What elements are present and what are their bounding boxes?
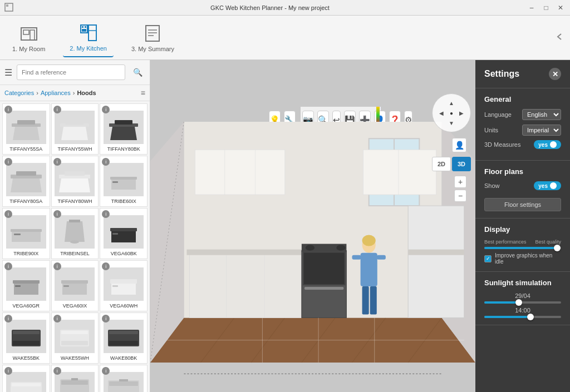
product-name: VEGA60IX [63, 303, 87, 309]
hamburger-menu-icon[interactable]: ☰ [4, 67, 12, 78]
product-image [55, 163, 95, 196]
improve-label: Improve graphics when idle [495, 252, 561, 265]
product-image [6, 267, 46, 301]
view-2d-button[interactable]: 2D [432, 157, 451, 171]
viewport[interactable]: 💡 🔧 📷 🔍 ↩ 💾 ➕ 👤 ❓ ⚙ [150, 60, 475, 392]
svg-rect-52 [13, 331, 40, 334]
svg-rect-7 [85, 26, 86, 28]
breadcrumb-appliances[interactable]: Appliances [41, 90, 71, 96]
info-icon[interactable]: i [53, 262, 61, 270]
list-item[interactable]: i TRIBE90IX [2, 208, 50, 259]
time-slider-thumb[interactable] [527, 314, 534, 320]
compass-sw [436, 118, 446, 128]
kitchen-scene[interactable] [150, 87, 475, 392]
tab-summary-label: 3. My Summary [131, 46, 174, 52]
compass-right[interactable]: ▶ [456, 108, 466, 118]
time-slider[interactable] [484, 316, 561, 318]
floor-settings-button[interactable]: Floor settings [484, 198, 561, 211]
compass-center[interactable]: ● [446, 108, 456, 118]
list-item[interactable]: i WAKE55BK [2, 312, 50, 364]
date-slider-thumb[interactable] [515, 299, 522, 306]
improve-checkbox[interactable]: ✓ [484, 255, 492, 262]
tab-room[interactable]: 1. My Room [6, 19, 52, 57]
compass-down[interactable]: ▼ [446, 118, 456, 128]
list-item[interactable]: i X66163MD10 [100, 365, 148, 392]
minimize-button[interactable]: – [527, 3, 537, 13]
list-item[interactable]: i VEGA60BK [100, 208, 148, 259]
list-item[interactable]: i TIFFANY80BK [100, 103, 148, 155]
svg-rect-3 [23, 30, 29, 34]
settings-general-section: General Language English French Spanish … [475, 88, 570, 161]
info-icon[interactable]: i [53, 367, 61, 375]
zoom-controls: + − [454, 176, 466, 202]
nav-compass[interactable]: ▲ ◀ ● ▶ ▼ [432, 93, 471, 132]
date-slider[interactable] [484, 301, 561, 304]
list-item[interactable]: i TIFFANY80SA [2, 156, 50, 207]
zoom-out-button[interactable]: − [454, 190, 466, 202]
svg-rect-107 [370, 286, 377, 314]
compass-left[interactable]: ◀ [436, 108, 446, 118]
settings-close-button[interactable]: ✕ [549, 68, 561, 80]
person-scale-button[interactable]: 👤 [452, 138, 466, 152]
info-icon[interactable]: i [4, 315, 12, 322]
info-icon[interactable]: i [4, 158, 12, 166]
compass-arrows: ▲ ◀ ● ▶ ▼ [436, 98, 466, 128]
zoom-in-button[interactable]: + [454, 176, 466, 188]
summary-icon [142, 23, 163, 43]
search-button[interactable]: 🔍 [130, 64, 145, 80]
quality-slider-thumb[interactable] [554, 245, 561, 251]
tab-kitchen[interactable]: 2. My Kitchen [63, 18, 114, 57]
svg-marker-36 [65, 221, 85, 242]
list-item[interactable]: i WAKE80WH [2, 365, 50, 392]
product-image [6, 111, 46, 144]
window-controls[interactable]: – □ ✕ [527, 3, 566, 13]
info-icon[interactable]: i [53, 106, 61, 113]
show-toggle-label: yes [538, 183, 548, 189]
list-view-button[interactable]: ≡ [141, 88, 145, 97]
list-item[interactable]: i VEGA60GR [2, 260, 50, 311]
info-icon[interactable]: i [4, 262, 12, 270]
measures-row: 3D Measures yes [484, 140, 561, 149]
info-icon[interactable]: i [53, 315, 61, 322]
list-item[interactable]: i TIFFANY80WH [51, 156, 99, 207]
quality-slider[interactable] [484, 247, 561, 249]
tab-summary[interactable]: 3. My Summary [125, 19, 181, 57]
info-icon[interactable]: i [4, 367, 12, 375]
product-image [104, 163, 144, 196]
list-item[interactable]: i TIFFANY55WH [51, 103, 99, 155]
product-image [6, 372, 46, 392]
compass-up[interactable]: ▲ [446, 98, 456, 108]
svg-rect-39 [110, 228, 137, 231]
toggle-dot [550, 141, 557, 148]
list-item[interactable]: i WAKE55WH [51, 312, 99, 364]
list-item[interactable]: i VEGA60IX [51, 260, 99, 311]
toggle-dot-2 [550, 182, 557, 189]
close-button[interactable]: ✕ [556, 3, 566, 13]
sunlight-time: 14:00 [484, 307, 561, 314]
list-item[interactable]: i TRIBEINSEL [51, 208, 99, 259]
svg-rect-105 [361, 253, 377, 286]
list-item[interactable]: i WAKE80BK [100, 312, 148, 364]
tab-kitchen-label: 2. My Kitchen [70, 45, 107, 52]
info-icon[interactable]: i [53, 158, 61, 166]
list-item[interactable]: i TRIBE60IX [100, 156, 148, 207]
svg-rect-37 [69, 220, 80, 222]
info-icon[interactable]: i [4, 106, 12, 113]
collapse-panel-button[interactable] [556, 32, 564, 43]
product-image [6, 215, 46, 249]
list-item[interactable]: i VEGA60WH [100, 260, 148, 311]
show-toggle[interactable]: yes [534, 181, 561, 190]
language-select[interactable]: English French Spanish [522, 109, 561, 120]
view-3d-button[interactable]: 3D [452, 157, 471, 171]
search-input[interactable] [17, 64, 125, 80]
list-item[interactable]: i X59263MD20 [51, 365, 99, 392]
maximize-button[interactable]: □ [541, 3, 551, 13]
language-label: Language [484, 111, 512, 118]
info-icon[interactable]: i [53, 210, 61, 218]
measures-toggle[interactable]: yes [534, 140, 561, 149]
breadcrumb-categories[interactable]: Categories [4, 90, 34, 96]
units-select[interactable]: Imperial Metric [522, 125, 561, 136]
list-item[interactable]: i TIFFANY55SA [2, 103, 50, 155]
sunlight-title: Sunlight simulation [484, 279, 561, 287]
info-icon[interactable]: i [4, 210, 12, 218]
